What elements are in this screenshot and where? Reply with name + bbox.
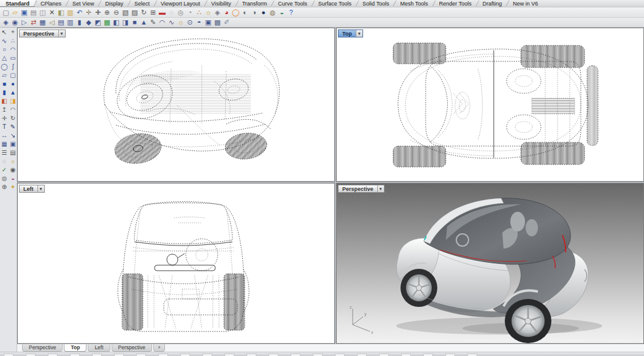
lamp-tool-icon[interactable]: ☼ [9, 157, 17, 165]
new-file-icon[interactable]: ▢ [1, 8, 10, 17]
save-icon[interactable]: ▣ [20, 8, 29, 17]
circle-icon[interactable]: ○ [0, 45, 9, 53]
viewport-title-perspective-2[interactable]: Perspective ▾ [338, 185, 385, 193]
viewport-perspective-wireframe[interactable]: Perspective ▾ [17, 28, 335, 182]
mesh-cone-icon[interactable]: ▲ [139, 18, 148, 27]
menu-tab-curve-tools[interactable]: Curve Tools [272, 0, 312, 7]
hatch-display-icon[interactable]: ▩ [213, 18, 222, 27]
named-views-icon[interactable]: ▬ [158, 8, 167, 17]
mesh-table-b-icon[interactable]: ▥ [66, 18, 75, 27]
viewport-tab-top[interactable]: Top [64, 344, 86, 352]
chevron-down-icon[interactable]: ▾ [37, 185, 44, 192]
pan-icon[interactable]: ✛ [84, 8, 93, 17]
viewport-layout-icon[interactable]: ⊞ [148, 8, 158, 17]
viewport-tab-perspective[interactable]: Perspective [22, 344, 63, 352]
fillet-icon[interactable]: ◠ [9, 105, 17, 114]
explode-mesh-icon[interactable]: ◈ [1, 18, 10, 27]
move-icon[interactable]: ✚ [93, 8, 102, 17]
spotlight-icon[interactable]: ☼ [176, 18, 185, 27]
viewport-title-left[interactable]: Left ▾ [19, 185, 45, 193]
capture-viewport-icon[interactable]: ▩ [102, 18, 112, 27]
render-ball-icon[interactable]: ◍ [0, 174, 9, 182]
mesh-block-icon[interactable]: ▦ [38, 18, 47, 27]
selection-filter-icon[interactable]: ⌖ [9, 28, 17, 36]
array-icon[interactable]: ▦ [0, 139, 9, 148]
annotate-icon[interactable]: ✎ [9, 122, 17, 131]
hide-tool-icon[interactable]: ◌ [0, 157, 9, 165]
layers-icon[interactable]: ☰ [0, 148, 9, 157]
control-points-icon[interactable]: ∴ [9, 36, 17, 45]
wireframe-perspective-canvas[interactable] [18, 28, 334, 181]
delete-icon[interactable]: ✕ [47, 8, 56, 17]
wireframe-left-canvas[interactable] [18, 184, 334, 343]
surface-plane-icon[interactable]: ▱ [0, 71, 9, 79]
menu-tab-render-tools[interactable]: Render Tools [434, 0, 477, 7]
polyline-icon[interactable]: △ [0, 53, 9, 62]
viewport-left-wireframe[interactable]: Left ▾ [17, 183, 335, 344]
settings-icon[interactable]: ✦ [9, 182, 17, 191]
menu-tab-surface-tools[interactable]: Surface Tools [313, 0, 357, 7]
match-mesh-icon[interactable]: ⇄ [29, 18, 38, 27]
zoom-extents-icon[interactable]: ▨ [130, 8, 139, 17]
arc-icon[interactable]: ◠ [9, 45, 17, 53]
viewport-title-perspective-1[interactable]: Perspective ▾ [19, 29, 66, 37]
cylinder-icon[interactable]: ▮ [0, 88, 9, 96]
copy-to-clipboard-icon[interactable]: ◫ [38, 8, 47, 17]
menu-tab-set-view[interactable]: Set View [67, 0, 99, 7]
mesh-cabinet-b-icon[interactable]: ◨ [121, 18, 130, 27]
zoom-tool-icon[interactable]: ⊕ [0, 182, 9, 191]
sketch-line-icon[interactable]: ✎ [148, 18, 158, 27]
rotate-view-icon[interactable]: ↻ [139, 8, 148, 17]
boolean-union-icon[interactable]: ◧ [0, 96, 9, 105]
hide-objects-icon[interactable]: ◌ [167, 8, 176, 17]
zoom-window-icon[interactable]: ▧ [121, 8, 130, 17]
menu-tab-select[interactable]: Select [129, 0, 155, 7]
menu-tab-transform[interactable]: Transform [237, 0, 273, 7]
mesh-curves-icon[interactable]: ∿ [167, 18, 176, 27]
mesh-cube-icon[interactable]: ■ [130, 18, 139, 27]
set-points-icon[interactable]: ∴ [194, 8, 204, 17]
move-tool-icon[interactable]: ✛ [0, 114, 9, 122]
undo-icon[interactable]: ↶ [75, 8, 84, 17]
block-icon[interactable]: ▣ [9, 139, 17, 148]
viewport-perspective-rendered[interactable]: Perspective ▾ [336, 183, 644, 344]
point-light-icon[interactable]: ⊙ [185, 18, 194, 27]
texture-image-icon[interactable]: ▣ [204, 18, 213, 27]
extract-mesh-part-icon[interactable]: ◁ [47, 18, 56, 27]
rectangle-icon[interactable]: ▭ [9, 53, 17, 62]
viewport-top-wireframe[interactable]: Top ▾ [336, 28, 644, 182]
menu-tab-visibility[interactable]: Visibility [205, 0, 236, 7]
menu-tab-display[interactable]: Display [99, 0, 129, 7]
ghosted-viewport-icon[interactable]: ◑ [250, 8, 259, 17]
shaded-viewport-icon[interactable]: ◐ [240, 8, 250, 17]
help-icon[interactable]: ? [286, 8, 296, 17]
menu-tab-cplanes[interactable]: CPlanes [35, 0, 67, 7]
mesh-prism-icon[interactable]: ▮ [75, 18, 84, 27]
sphere-icon[interactable]: ● [9, 79, 17, 88]
wireframe-top-canvas[interactable] [337, 28, 643, 181]
sketch-tool-icon[interactable]: ✐ [222, 18, 231, 27]
material-icon[interactable]: ◒ [9, 174, 17, 182]
freeform-curve-icon[interactable]: ʃ [9, 62, 17, 71]
lock-objects-icon[interactable]: ◈ [213, 8, 222, 17]
environment-editor-icon[interactable]: ◒ [277, 8, 286, 17]
surface-from-corners-icon[interactable]: ▢ [9, 71, 17, 79]
render-icon[interactable]: ◕ [222, 8, 231, 17]
properties-icon[interactable]: ▤ [9, 148, 17, 157]
mesh-sphere-icon[interactable]: ◉ [10, 18, 20, 27]
mesh-arc-icon[interactable]: ◠ [158, 18, 167, 27]
chevron-down-icon[interactable]: ▾ [377, 185, 384, 192]
boolean-difference-icon[interactable]: ◨ [9, 96, 17, 105]
add-viewport-tab-button[interactable]: + [153, 344, 165, 352]
dome-light-icon[interactable]: ◓ [194, 18, 204, 27]
dimension-icon[interactable]: ↔ [0, 131, 9, 139]
menu-tab-solid-tools[interactable]: Solid Tools [357, 0, 394, 7]
mesh-flag-icon[interactable]: ◩ [93, 18, 102, 27]
render-preview-icon[interactable]: ◯ [231, 8, 240, 17]
viewport-tab-left[interactable]: Left [88, 344, 110, 352]
paste-icon[interactable]: ▥ [66, 8, 75, 17]
mesh-cabinet-a-icon[interactable]: ◧ [112, 18, 121, 27]
visibility-tool-icon[interactable]: ◉ [9, 165, 17, 174]
ellipse-icon[interactable]: ◯ [0, 62, 9, 71]
select-icon[interactable]: ↖ [0, 28, 9, 36]
